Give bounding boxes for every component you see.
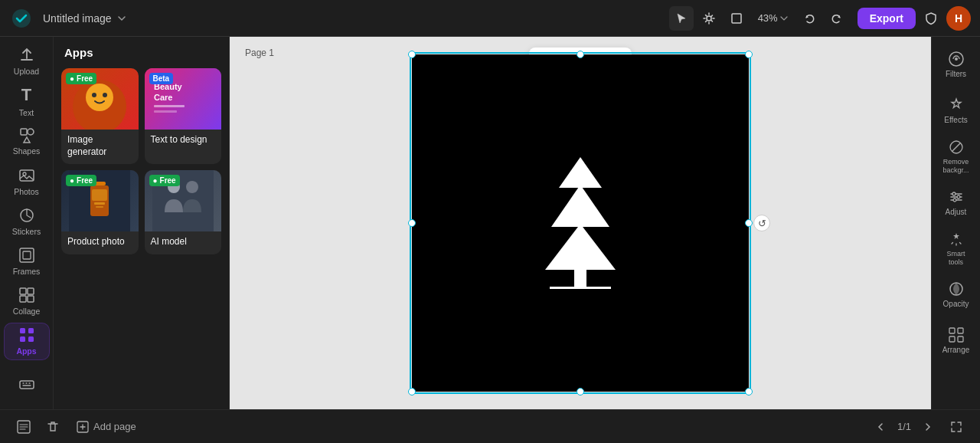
- user-avatar[interactable]: H: [946, 6, 971, 31]
- sidebar-item-shapes[interactable]: Shapes: [4, 123, 50, 159]
- opacity-label: Opacity: [943, 300, 969, 308]
- redo-btn[interactable]: [824, 6, 848, 31]
- app-card-ai-model[interactable]: ●Free AI model: [145, 170, 222, 254]
- tree-bot: [545, 224, 616, 270]
- page-settings-btn[interactable]: [12, 415, 35, 438]
- svg-point-21: [103, 93, 107, 97]
- svg-rect-51: [949, 328, 955, 333]
- pan-tool-btn[interactable]: [697, 6, 721, 31]
- undo-redo-group: [798, 6, 848, 31]
- tree-mid: [551, 185, 609, 227]
- svg-point-0: [707, 16, 711, 21]
- shield-btn[interactable]: [919, 6, 943, 31]
- rotate-handle[interactable]: ↺: [753, 215, 770, 231]
- filters-label: Filters: [946, 70, 966, 78]
- page-navigation: 1/1: [870, 416, 939, 438]
- fullscreen-btn[interactable]: [945, 415, 968, 438]
- select-tool-btn[interactable]: [669, 6, 694, 31]
- next-page-btn[interactable]: [917, 416, 939, 438]
- svg-rect-31: [94, 202, 105, 205]
- arrange-label: Arrange: [942, 346, 970, 354]
- handle-tl[interactable]: [408, 51, 416, 58]
- handle-ml[interactable]: [408, 219, 416, 227]
- svg-point-20: [92, 93, 96, 97]
- text-icon: T: [21, 85, 31, 105]
- svg-rect-7: [20, 248, 34, 262]
- svg-rect-1: [732, 14, 741, 23]
- shapes-icon: [18, 126, 35, 143]
- svg-rect-26: [154, 110, 177, 113]
- frame-dropdown-btn[interactable]: [724, 6, 749, 31]
- arrange-icon: [948, 327, 965, 343]
- title-dropdown-icon: [116, 13, 127, 24]
- right-tool-remove-bg[interactable]: Removebackgr...: [935, 135, 978, 178]
- sidebar-item-text[interactable]: T Text: [4, 83, 50, 120]
- sidebar-item-photos[interactable]: Photos: [4, 163, 50, 200]
- right-tool-smart-tools[interactable]: Smarttools: [935, 227, 978, 270]
- svg-point-48: [957, 195, 960, 199]
- photos-icon: [18, 167, 35, 184]
- app-card-product-photo[interactable]: ●Free Product photo: [61, 170, 139, 254]
- handle-tr[interactable]: [745, 51, 753, 58]
- product-photo-label: Product photo: [61, 231, 139, 254]
- icon-sidebar: Upload T Text Shapes Photos: [0, 37, 54, 409]
- svg-point-49: [953, 199, 956, 202]
- app-card-text-to-design[interactable]: Beauty Care Beta Text to design: [145, 68, 222, 164]
- page-label: Page 1: [245, 48, 274, 58]
- ai-model-label: AI model: [145, 231, 222, 254]
- document-title-area[interactable]: Untitled image: [43, 12, 127, 25]
- remove-bg-label: Removebackgr...: [942, 158, 969, 175]
- export-btn[interactable]: Export: [858, 8, 916, 29]
- svg-point-19: [86, 84, 113, 111]
- sidebar-item-frames[interactable]: Frames: [4, 243, 50, 280]
- smart-tools-icon: [948, 231, 965, 248]
- text-label: Text: [19, 108, 34, 117]
- app-card-image-generator[interactable]: ●Free Image generator: [61, 68, 139, 164]
- canvas-image: [412, 54, 749, 392]
- svg-rect-9: [20, 288, 26, 294]
- apps-panel: Apps ●Free Image generator: [54, 37, 230, 409]
- handle-tm[interactable]: [577, 51, 584, 58]
- handle-bl[interactable]: [408, 388, 416, 395]
- filters-icon: [948, 51, 965, 67]
- undo-btn[interactable]: [798, 6, 822, 31]
- svg-rect-2: [21, 129, 27, 135]
- canvas-area[interactable]: Page 1: [230, 37, 931, 409]
- sidebar-item-upload[interactable]: Upload: [4, 43, 50, 80]
- svg-point-47: [952, 192, 956, 195]
- apps-icon: [18, 327, 35, 343]
- opacity-icon: [948, 281, 965, 297]
- upload-label: Upload: [14, 67, 39, 76]
- collage-icon: [18, 287, 35, 304]
- svg-rect-16: [28, 336, 34, 342]
- stickers-label: Stickers: [12, 227, 41, 236]
- effects-label: Effects: [944, 116, 967, 124]
- delete-page-btn[interactable]: [41, 415, 64, 438]
- right-tool-adjust[interactable]: Adjust: [935, 181, 978, 224]
- ai-model-badge: ●Free: [149, 175, 180, 186]
- tree-illustration: [545, 157, 616, 289]
- handle-br[interactable]: [745, 388, 753, 395]
- topbar-tools: 43% Export H: [669, 6, 971, 31]
- add-page-btn[interactable]: Add page: [70, 418, 142, 436]
- sidebar-item-stickers[interactable]: Stickers: [4, 203, 50, 240]
- prev-page-btn[interactable]: [870, 416, 891, 438]
- canvas-frame: ↺: [412, 54, 749, 392]
- svg-rect-11: [20, 296, 26, 302]
- right-tool-opacity[interactable]: Opacity: [935, 273, 978, 316]
- right-tool-filters[interactable]: Filters: [935, 43, 978, 86]
- zoom-control[interactable]: 43%: [752, 6, 795, 31]
- text-design-badge: Beta: [149, 73, 174, 84]
- handle-bm[interactable]: [577, 388, 584, 395]
- add-page-label: Add page: [93, 421, 136, 432]
- right-tool-arrange[interactable]: Arrange: [935, 319, 978, 362]
- right-tool-effects[interactable]: Effects: [935, 89, 978, 132]
- tree-top: [559, 157, 602, 188]
- handle-mr[interactable]: [745, 219, 753, 227]
- frames-label: Frames: [13, 267, 41, 276]
- bottom-bar: Add page 1/1: [0, 409, 980, 443]
- sidebar-item-collage[interactable]: Collage: [4, 283, 50, 320]
- sidebar-item-apps[interactable]: Apps: [4, 323, 50, 360]
- tree-trunk: [574, 270, 586, 287]
- sidebar-item-keyboard[interactable]: [4, 366, 50, 403]
